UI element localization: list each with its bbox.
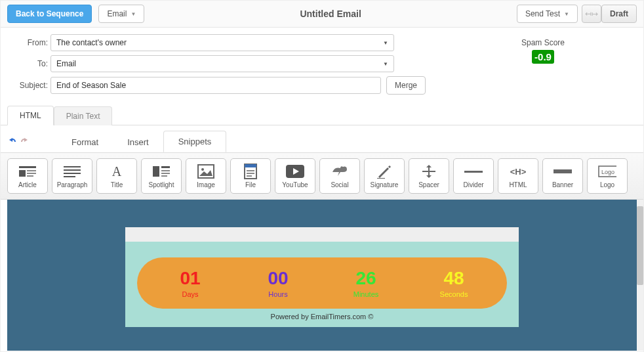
svg-rect-3	[27, 173, 36, 174]
email-meta-form: From: The contact's owner To: Email Subj…	[1, 28, 643, 101]
powered-by-text: Powered by EmailTimers.com ©	[137, 309, 507, 322]
article-icon	[18, 164, 37, 179]
topbar: Back to Sequence Email Untitled Email Se…	[1, 1, 643, 28]
snippet-label: Logo	[600, 181, 614, 188]
paragraph-icon	[63, 164, 81, 179]
spam-score-box: Spam Score -0.9	[521, 38, 565, 64]
snippet-social-button[interactable]: Social	[319, 158, 360, 194]
timer-hours: 00Hours	[252, 268, 304, 298]
snippet-spacer-button[interactable]: Spacer	[409, 158, 449, 194]
snippet-article-button[interactable]: Article	[7, 158, 48, 194]
svg-rect-20	[247, 173, 254, 174]
svg-rect-18	[245, 164, 256, 167]
snippet-file-button[interactable]: File	[230, 158, 271, 194]
from-label: From:	[7, 38, 48, 47]
snippet-logo-button[interactable]: LogoLogo	[587, 158, 628, 194]
svg-rect-0	[19, 166, 36, 168]
svg-text:<H>: <H>	[510, 167, 527, 177]
spam-score-badge: -0.9	[532, 50, 554, 64]
snippet-label: Signature	[371, 181, 399, 188]
merge-button[interactable]: Merge	[386, 76, 426, 95]
svg-rect-29	[553, 169, 572, 173]
snippet-youtube-button[interactable]: YouTube	[275, 158, 315, 194]
nav-arrows-button[interactable]: ↤↦	[582, 5, 601, 23]
image-icon	[197, 164, 215, 179]
send-test-button[interactable]: Send Test	[517, 5, 578, 23]
snippet-label: Article	[18, 181, 37, 188]
from-select[interactable]: The contact's owner	[50, 34, 394, 51]
tab-snippets[interactable]: Snippets	[163, 131, 227, 152]
vertical-scrollbar[interactable]	[637, 200, 643, 351]
redo-icon[interactable]	[19, 137, 30, 147]
spacer-icon	[420, 164, 438, 179]
timer-days: 01Days	[164, 268, 216, 298]
email-type-dropdown[interactable]: Email	[98, 5, 144, 23]
signature-icon	[375, 164, 393, 179]
svg-text:A: A	[112, 164, 122, 179]
snippet-label: Banner	[552, 181, 573, 188]
tab-insert[interactable]: Insert	[113, 132, 163, 152]
svg-rect-10	[153, 166, 159, 177]
spotlight-icon	[152, 164, 171, 179]
countdown-timer: 01Days 00Hours 26Minutes 48Seconds	[137, 257, 507, 309]
snippet-divider-button[interactable]: Divider	[453, 158, 494, 194]
snippet-label: Social	[331, 181, 348, 188]
snippet-paragraph-button[interactable]: Paragraph	[52, 158, 92, 194]
to-label: To:	[7, 59, 48, 68]
svg-rect-14	[161, 175, 167, 177]
svg-rect-6	[64, 169, 81, 171]
svg-rect-13	[161, 173, 170, 174]
svg-rect-2	[27, 170, 36, 171]
snippet-title-button[interactable]: ATitle	[96, 158, 137, 194]
svg-rect-19	[247, 170, 254, 171]
snippet-label: Divider	[463, 181, 483, 188]
snippet-label: Spotlight	[149, 181, 174, 188]
snippet-spotlight-button[interactable]: Spotlight	[141, 158, 182, 194]
snippet-image-button[interactable]: Image	[186, 158, 226, 194]
tab-html[interactable]: HTML	[7, 106, 54, 125]
snippet-label: File	[245, 181, 256, 188]
svg-rect-26	[422, 171, 435, 172]
tab-plain-text[interactable]: Plain Text	[54, 106, 113, 125]
snippet-toolbar: ArticleParagraphATitleSpotlightImageFile…	[1, 152, 643, 200]
svg-rect-8	[64, 176, 75, 177]
svg-rect-4	[27, 175, 33, 177]
social-icon	[331, 164, 349, 179]
svg-point-16	[201, 168, 204, 171]
svg-rect-24	[377, 178, 385, 179]
snippet-label: HTML	[509, 181, 527, 188]
page-title: Untitled Email	[144, 9, 517, 19]
snippet-label: Paragraph	[57, 181, 88, 188]
logo-icon: Logo	[598, 164, 616, 179]
banner-icon	[553, 164, 572, 179]
spam-score-label: Spam Score	[521, 38, 565, 47]
subject-label: Subject:	[7, 81, 48, 90]
svg-rect-21	[247, 175, 252, 177]
snippet-banner-button[interactable]: Banner	[542, 158, 583, 194]
tab-format[interactable]: Format	[57, 132, 113, 152]
back-to-sequence-button[interactable]: Back to Sequence	[7, 5, 92, 23]
snippet-html-button[interactable]: <H>HTML	[498, 158, 538, 194]
email-canvas[interactable]: 01Days 00Hours 26Minutes 48Seconds Power…	[7, 200, 637, 351]
email-body-preview: 01Days 00Hours 26Minutes 48Seconds Power…	[125, 227, 519, 327]
draft-button[interactable]: Draft	[601, 5, 637, 23]
snippet-label: Title	[111, 181, 123, 188]
svg-rect-1	[19, 170, 26, 177]
html-icon: <H>	[509, 164, 527, 179]
scrollbar-thumb[interactable]	[637, 206, 643, 285]
divider-icon	[464, 164, 483, 179]
email-preview-header-bar	[125, 227, 519, 242]
svg-rect-7	[64, 173, 81, 174]
svg-rect-27	[464, 171, 483, 173]
title-icon: A	[108, 164, 126, 179]
snippet-label: Image	[197, 181, 215, 188]
svg-text:Logo: Logo	[601, 169, 614, 175]
undo-icon[interactable]	[7, 137, 18, 147]
subject-input[interactable]	[50, 77, 381, 94]
svg-rect-12	[161, 170, 170, 171]
snippet-signature-button[interactable]: Signature	[364, 158, 405, 194]
svg-rect-5	[64, 166, 81, 167]
to-select[interactable]: Email	[50, 55, 394, 72]
editor-sub-tabs: Format Insert Snippets	[57, 131, 226, 152]
editor-menu-bar: Format Insert Snippets	[1, 125, 643, 152]
